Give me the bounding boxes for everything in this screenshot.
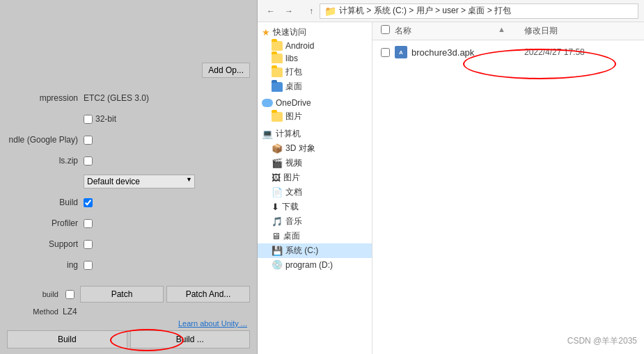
build-settings-form: mpression ETC2 (GLES 3.0) 32-bit ndle (G… — [0, 90, 257, 278]
32bit-value: 32-bit — [95, 114, 116, 124]
file-date: 2022/4/27 17:58 — [524, 47, 636, 57]
bundle-label: ndle (Google Play) — [7, 135, 84, 145]
patch-row: build Patch Patch And... — [7, 286, 250, 303]
file-explorer-panel: ← → ↑ 📁 计算机 > 系统 (C:) > 用户 > user > 桌面 >… — [258, 0, 644, 354]
learn-link[interactable]: Learn about Unity ... — [7, 319, 250, 328]
watermark: CSDN @羊羊2035 — [567, 335, 637, 347]
zip-label: ls.zip — [7, 156, 84, 166]
lz4-value: LZ4 — [63, 307, 77, 316]
onedrive-header[interactable]: OneDrive — [258, 97, 372, 109]
quick-access-label: 快速访问 — [273, 26, 306, 38]
docs-label: 文档 — [285, 186, 302, 198]
onedrive-label: OneDrive — [276, 98, 311, 108]
sidebar-item-pictures[interactable]: 图片 — [258, 109, 372, 124]
sidebar-item-downloads[interactable]: ⬇ 下载 — [258, 200, 372, 214]
device-select[interactable]: Default device — [84, 175, 195, 188]
file-list: 名称 修改日期 ▲ A brochure3d.apk 2022/4/27 17:… — [372, 22, 644, 354]
build-and-run-button[interactable]: Build ... — [130, 330, 251, 348]
32bit-checkbox[interactable] — [84, 115, 93, 124]
file-name-cell: A brochure3d.apk — [395, 46, 524, 58]
sidebar-item-dabao[interactable]: 打包 — [258, 65, 372, 79]
sidebar-item-video[interactable]: 🎬 视频 — [258, 156, 372, 170]
profiler-label: Profiler — [7, 218, 84, 228]
ing-row: ing — [7, 257, 250, 273]
d-drive-label: program (D:) — [285, 260, 333, 270]
sidebar-item-desk2[interactable]: 🖥 桌面 — [258, 229, 372, 243]
support-row: Support — [7, 236, 250, 252]
downloads-label: 下载 — [282, 201, 299, 213]
video-label: 视频 — [285, 157, 302, 169]
build-method-checkbox[interactable] — [65, 290, 74, 299]
up-button[interactable]: ↑ — [306, 4, 317, 18]
build-check-label: Build — [7, 198, 84, 207]
3d-icon: 📦 — [272, 143, 283, 154]
explorer-toolbar: ← → ↑ 📁 计算机 > 系统 (C:) > 用户 > user > 桌面 >… — [258, 0, 644, 22]
bundle-row: ndle (Google Play) — [7, 132, 250, 147]
sidebar-item-c-drive[interactable]: 💾 系统 (C:) — [258, 243, 372, 258]
device-select-wrapper: Default device — [84, 175, 195, 188]
ing-label: ing — [7, 260, 84, 270]
file-checkbox[interactable] — [381, 48, 390, 57]
bottom-controls: build Patch Patch And... Method LZ4 Lear… — [0, 280, 257, 354]
star-icon: ★ — [262, 27, 270, 38]
date-column-header[interactable]: 修改日期 — [524, 25, 636, 37]
sidebar-item-desktop[interactable]: 桌面 — [258, 79, 372, 94]
apk-icon: A — [395, 46, 407, 58]
computer-label: 计算机 — [276, 128, 301, 140]
folder-icon-pictures — [272, 112, 283, 122]
downloads-icon: ⬇ — [272, 202, 279, 212]
breadcrumb-folder-icon: 📁 — [324, 6, 336, 17]
sidebar-item-docs[interactable]: 📄 文档 — [258, 185, 372, 200]
pictures-label: 图片 — [285, 111, 302, 122]
sidebar-item-android[interactable]: Android — [258, 40, 372, 52]
zip-checkbox[interactable] — [84, 156, 93, 166]
folder-icon-dabao — [272, 67, 283, 77]
compression-value: ETC2 (GLES 3.0) — [84, 93, 149, 103]
patch-button[interactable]: Patch — [80, 286, 164, 303]
build-button[interactable]: Build — [7, 330, 127, 348]
compression-row: mpression ETC2 (GLES 3.0) — [7, 90, 250, 106]
folder-icon-desktop — [272, 82, 283, 92]
sidebar-item-d-drive[interactable]: 💿 program (D:) — [258, 258, 372, 271]
profiler-checkbox[interactable] — [84, 219, 93, 228]
sort-arrow: ▲ — [498, 22, 505, 36]
c-drive-label: 系统 (C:) — [285, 245, 318, 257]
sidebar-item-libs[interactable]: libs — [258, 52, 372, 65]
32bit-row: 32-bit — [7, 111, 250, 127]
back-button[interactable]: ← — [263, 4, 278, 18]
support-checkbox[interactable] — [84, 240, 93, 249]
select-all-checkbox[interactable] — [381, 25, 390, 34]
music-icon: 🎵 — [272, 216, 283, 227]
sidebar-item-3d[interactable]: 📦 3D 对象 — [258, 141, 372, 156]
build-checkbox[interactable] — [84, 198, 93, 207]
desk2-icon: 🖥 — [272, 231, 281, 241]
desktop-label: 桌面 — [285, 81, 302, 92]
folder-icon-android — [272, 41, 283, 51]
table-row[interactable]: A brochure3d.apk 2022/4/27 17:58 — [372, 40, 644, 64]
device-row: Default device — [7, 174, 250, 189]
zip-row: ls.zip — [7, 153, 250, 168]
d-drive-icon: 💿 — [272, 259, 283, 270]
bundle-checkbox[interactable] — [84, 136, 93, 145]
libs-label: libs — [285, 54, 298, 63]
address-bar[interactable]: 📁 计算机 > 系统 (C:) > 用户 > user > 桌面 > 打包 — [320, 3, 638, 19]
explorer-body: ★ 快速访问 Android libs 打包 桌面 One — [258, 22, 644, 354]
pics-icon: 🖼 — [272, 172, 281, 183]
patch-and-button[interactable]: Patch And... — [166, 286, 250, 303]
unity-build-panel: Add Op... mpression ETC2 (GLES 3.0) 32-b… — [0, 0, 258, 354]
pics-label: 图片 — [283, 172, 300, 184]
forward-button[interactable]: → — [281, 4, 297, 18]
sidebar-item-pics[interactable]: 🖼 图片 — [258, 170, 372, 185]
add-options-button[interactable]: Add Op... — [202, 63, 250, 78]
sidebar-item-music[interactable]: 🎵 音乐 — [258, 214, 372, 229]
quick-access-header[interactable]: ★ 快速访问 — [258, 25, 372, 40]
computer-header[interactable]: 💻 计算机 — [258, 127, 372, 141]
folder-icon-libs — [272, 54, 283, 63]
build-method-label: build — [7, 290, 63, 298]
lz4-row: Method LZ4 — [7, 307, 250, 316]
ing-checkbox[interactable] — [84, 261, 93, 270]
profiler-row: Profiler — [7, 216, 250, 231]
tree-panel: ★ 快速访问 Android libs 打包 桌面 One — [258, 22, 372, 354]
file-name: brochure3d.apk — [411, 47, 474, 58]
desk2-label: 桌面 — [283, 230, 300, 242]
